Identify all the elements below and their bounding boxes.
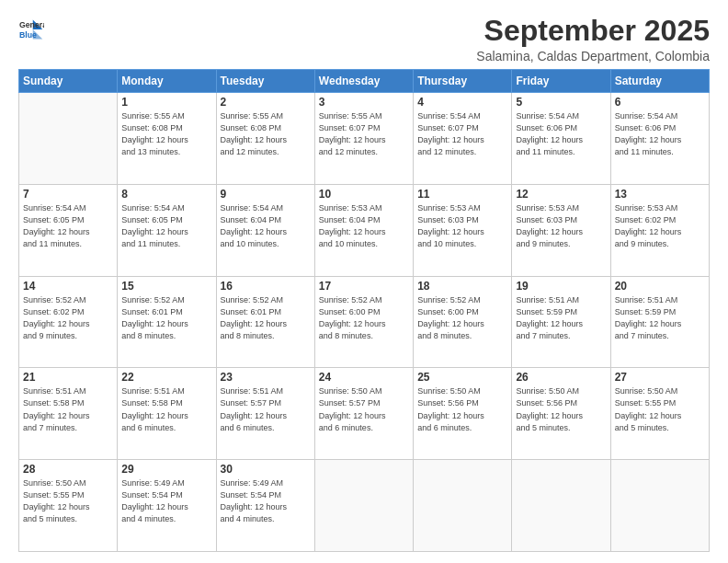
- col-tuesday: Tuesday: [216, 70, 314, 93]
- day-info: Sunrise: 5:52 AM Sunset: 6:01 PM Dayligh…: [221, 294, 311, 342]
- day-info: Sunrise: 5:51 AM Sunset: 5:58 PM Dayligh…: [23, 385, 113, 433]
- day-number: 6: [615, 96, 705, 109]
- day-number: 15: [121, 280, 211, 293]
- day-info: Sunrise: 5:54 AM Sunset: 6:04 PM Dayligh…: [221, 202, 311, 250]
- calendar-week-row: 21Sunrise: 5:51 AM Sunset: 5:58 PM Dayli…: [19, 368, 710, 460]
- table-row: [610, 460, 709, 552]
- day-info: Sunrise: 5:50 AM Sunset: 5:55 PM Dayligh…: [23, 477, 113, 525]
- day-info: Sunrise: 5:54 AM Sunset: 6:07 PM Dayligh…: [417, 110, 507, 158]
- table-row: 5Sunrise: 5:54 AM Sunset: 6:06 PM Daylig…: [512, 93, 610, 185]
- day-number: 1: [121, 96, 211, 109]
- table-row: 9Sunrise: 5:54 AM Sunset: 6:04 PM Daylig…: [216, 184, 314, 276]
- day-info: Sunrise: 5:50 AM Sunset: 5:57 PM Dayligh…: [319, 385, 409, 433]
- day-number: 11: [417, 188, 507, 201]
- day-number: 22: [121, 371, 211, 384]
- table-row: 15Sunrise: 5:52 AM Sunset: 6:01 PM Dayli…: [118, 276, 216, 368]
- day-info: Sunrise: 5:50 AM Sunset: 5:56 PM Dayligh…: [417, 385, 507, 433]
- col-friday: Friday: [512, 70, 610, 93]
- day-info: Sunrise: 5:52 AM Sunset: 6:00 PM Dayligh…: [319, 294, 409, 342]
- table-row: 27Sunrise: 5:50 AM Sunset: 5:55 PM Dayli…: [610, 368, 709, 460]
- day-info: Sunrise: 5:50 AM Sunset: 5:56 PM Dayligh…: [516, 385, 606, 433]
- table-row: 30Sunrise: 5:49 AM Sunset: 5:54 PM Dayli…: [216, 460, 314, 552]
- table-row: 2Sunrise: 5:55 AM Sunset: 6:08 PM Daylig…: [216, 93, 314, 185]
- day-number: 9: [221, 188, 311, 201]
- day-number: 26: [516, 371, 606, 384]
- month-title: September 2025: [476, 15, 710, 47]
- day-info: Sunrise: 5:52 AM Sunset: 6:00 PM Dayligh…: [417, 294, 507, 342]
- col-sunday: Sunday: [19, 70, 118, 93]
- table-row: 8Sunrise: 5:54 AM Sunset: 6:05 PM Daylig…: [118, 184, 216, 276]
- day-number: 7: [23, 188, 113, 201]
- table-row: 22Sunrise: 5:51 AM Sunset: 5:58 PM Dayli…: [118, 368, 216, 460]
- day-info: Sunrise: 5:51 AM Sunset: 5:59 PM Dayligh…: [615, 294, 705, 342]
- day-number: 12: [516, 188, 606, 201]
- calendar-week-row: 7Sunrise: 5:54 AM Sunset: 6:05 PM Daylig…: [19, 184, 710, 276]
- calendar-week-row: 1Sunrise: 5:55 AM Sunset: 6:08 PM Daylig…: [19, 93, 710, 185]
- day-info: Sunrise: 5:54 AM Sunset: 6:05 PM Dayligh…: [23, 202, 113, 250]
- day-info: Sunrise: 5:51 AM Sunset: 5:58 PM Dayligh…: [121, 385, 211, 433]
- day-info: Sunrise: 5:53 AM Sunset: 6:03 PM Dayligh…: [417, 202, 507, 250]
- day-info: Sunrise: 5:54 AM Sunset: 6:05 PM Dayligh…: [121, 202, 211, 250]
- col-wednesday: Wednesday: [314, 70, 413, 93]
- day-info: Sunrise: 5:50 AM Sunset: 5:55 PM Dayligh…: [615, 385, 705, 433]
- day-number: 20: [615, 280, 705, 293]
- day-number: 4: [417, 96, 507, 109]
- table-row: [414, 460, 512, 552]
- day-number: 30: [221, 463, 311, 476]
- calendar-table: Sunday Monday Tuesday Wednesday Thursday…: [18, 69, 710, 552]
- col-saturday: Saturday: [610, 70, 709, 93]
- table-row: 13Sunrise: 5:53 AM Sunset: 6:02 PM Dayli…: [610, 184, 709, 276]
- day-info: Sunrise: 5:54 AM Sunset: 6:06 PM Dayligh…: [615, 110, 705, 158]
- day-info: Sunrise: 5:52 AM Sunset: 6:01 PM Dayligh…: [121, 294, 211, 342]
- day-number: 14: [23, 280, 113, 293]
- day-info: Sunrise: 5:51 AM Sunset: 5:59 PM Dayligh…: [516, 294, 606, 342]
- table-row: 25Sunrise: 5:50 AM Sunset: 5:56 PM Dayli…: [414, 368, 512, 460]
- day-number: 18: [417, 280, 507, 293]
- day-number: 19: [516, 280, 606, 293]
- day-number: 23: [221, 371, 311, 384]
- table-row: [512, 460, 610, 552]
- table-row: 19Sunrise: 5:51 AM Sunset: 5:59 PM Dayli…: [512, 276, 610, 368]
- day-info: Sunrise: 5:55 AM Sunset: 6:07 PM Dayligh…: [319, 110, 409, 158]
- table-row: 16Sunrise: 5:52 AM Sunset: 6:01 PM Dayli…: [216, 276, 314, 368]
- day-number: 16: [221, 280, 311, 293]
- calendar-week-row: 28Sunrise: 5:50 AM Sunset: 5:55 PM Dayli…: [19, 460, 710, 552]
- day-info: Sunrise: 5:53 AM Sunset: 6:03 PM Dayligh…: [516, 202, 606, 250]
- title-block: September 2025 Salamina, Caldas Departme…: [476, 15, 710, 63]
- day-number: 27: [615, 371, 705, 384]
- table-row: 18Sunrise: 5:52 AM Sunset: 6:00 PM Dayli…: [414, 276, 512, 368]
- day-info: Sunrise: 5:53 AM Sunset: 6:02 PM Dayligh…: [615, 202, 705, 250]
- col-thursday: Thursday: [414, 70, 512, 93]
- day-number: 8: [121, 188, 211, 201]
- day-info: Sunrise: 5:49 AM Sunset: 5:54 PM Dayligh…: [121, 477, 211, 525]
- table-row: 4Sunrise: 5:54 AM Sunset: 6:07 PM Daylig…: [414, 93, 512, 185]
- table-row: 24Sunrise: 5:50 AM Sunset: 5:57 PM Dayli…: [314, 368, 413, 460]
- calendar-week-row: 14Sunrise: 5:52 AM Sunset: 6:02 PM Dayli…: [19, 276, 710, 368]
- day-info: Sunrise: 5:55 AM Sunset: 6:08 PM Dayligh…: [121, 110, 211, 158]
- day-info: Sunrise: 5:53 AM Sunset: 6:04 PM Dayligh…: [319, 202, 409, 250]
- table-row: [19, 93, 118, 185]
- day-number: 3: [319, 96, 409, 109]
- table-row: 14Sunrise: 5:52 AM Sunset: 6:02 PM Dayli…: [19, 276, 118, 368]
- table-row: 29Sunrise: 5:49 AM Sunset: 5:54 PM Dayli…: [118, 460, 216, 552]
- day-info: Sunrise: 5:52 AM Sunset: 6:02 PM Dayligh…: [23, 294, 113, 342]
- day-number: 21: [23, 371, 113, 384]
- day-number: 10: [319, 188, 409, 201]
- table-row: 10Sunrise: 5:53 AM Sunset: 6:04 PM Dayli…: [314, 184, 413, 276]
- logo-icon: General Blue: [18, 17, 44, 42]
- table-row: 21Sunrise: 5:51 AM Sunset: 5:58 PM Dayli…: [19, 368, 118, 460]
- page: General Blue September 2025 Salamina, Ca…: [0, 0, 728, 563]
- day-number: 17: [319, 280, 409, 293]
- table-row: 20Sunrise: 5:51 AM Sunset: 5:59 PM Dayli…: [610, 276, 709, 368]
- day-number: 13: [615, 188, 705, 201]
- table-row: 7Sunrise: 5:54 AM Sunset: 6:05 PM Daylig…: [19, 184, 118, 276]
- day-number: 25: [417, 371, 507, 384]
- table-row: 3Sunrise: 5:55 AM Sunset: 6:07 PM Daylig…: [314, 93, 413, 185]
- day-info: Sunrise: 5:55 AM Sunset: 6:08 PM Dayligh…: [221, 110, 311, 158]
- svg-text:General: General: [19, 20, 44, 29]
- table-row: 12Sunrise: 5:53 AM Sunset: 6:03 PM Dayli…: [512, 184, 610, 276]
- table-row: 26Sunrise: 5:50 AM Sunset: 5:56 PM Dayli…: [512, 368, 610, 460]
- day-info: Sunrise: 5:51 AM Sunset: 5:57 PM Dayligh…: [221, 385, 311, 433]
- table-row: 11Sunrise: 5:53 AM Sunset: 6:03 PM Dayli…: [414, 184, 512, 276]
- day-number: 24: [319, 371, 409, 384]
